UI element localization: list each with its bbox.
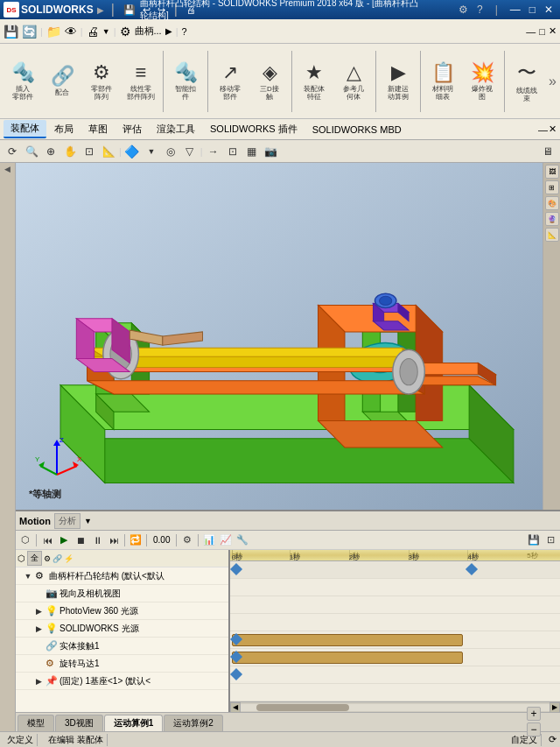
toolbar-btn-3d-contact[interactable]: ◈ 三D接触 xyxy=(250,46,289,116)
panel-close-btn[interactable]: ✕ xyxy=(549,123,556,135)
view-orient-icon[interactable]: 📐 xyxy=(100,143,117,160)
contact-bar[interactable] xyxy=(232,634,463,646)
filter-icon[interactable]: ⬡ xyxy=(18,532,33,548)
toolbar-btn-explode[interactable]: 💥 爆炸视图 xyxy=(463,46,501,116)
menu-assembly[interactable]: 装配体 xyxy=(4,120,46,138)
sim-icon-2[interactable]: 📈 xyxy=(218,532,234,548)
tree-filter-all[interactable]: 全 xyxy=(27,551,42,566)
status-rebuild-icon[interactable]: ⟳ xyxy=(549,734,556,745)
expand-btn[interactable]: ▶ xyxy=(165,26,172,36)
sim-icon-1[interactable]: 📊 xyxy=(201,532,217,548)
toolbar-expand-right[interactable]: » xyxy=(549,74,556,89)
tree-item-contact[interactable]: ▶ 🔗 实体接触1 xyxy=(16,638,228,655)
toolbar-btn-bom[interactable]: 📋 材料明细表 xyxy=(424,46,462,116)
tree-expand-base[interactable]: ▶ xyxy=(33,676,44,687)
toolbar-btn-array[interactable]: ⚙ 零部件阵列 xyxy=(82,46,121,116)
tab-model[interactable]: 模型 xyxy=(18,715,54,731)
print-menu-btn[interactable]: 🖨 xyxy=(87,25,99,39)
diamond-base[interactable] xyxy=(230,668,242,680)
decals-btn[interactable]: 📐 xyxy=(545,228,559,242)
toolbar-btn-smart-fastener[interactable]: 🔩 智能扣件 xyxy=(166,46,205,116)
tree-filter-icon4[interactable]: ⚡ xyxy=(64,554,74,563)
help-icon[interactable]: ? xyxy=(473,4,486,16)
menu-evaluate[interactable]: 评估 xyxy=(116,121,149,137)
toolbar-btn-new-motion[interactable]: ▶ 新建运动算例 xyxy=(379,46,417,116)
3d-viewport[interactable]: Z X Y *等轴测 🖼 ⊞ 🎨 🔮 xyxy=(16,163,560,510)
tree-filter-btn[interactable]: ⬡ xyxy=(18,553,25,563)
hide-show-icon[interactable]: ◎ xyxy=(162,143,179,160)
display-style-icon[interactable]: 🔷 xyxy=(123,143,141,160)
minimize-button[interactable]: — xyxy=(507,4,524,16)
close-button[interactable]: ✕ xyxy=(541,4,556,16)
monitor-icon[interactable]: 🖥 xyxy=(539,143,556,160)
file-menu-btn[interactable]: 📁 xyxy=(46,25,61,39)
window-controls[interactable]: ⚙ ? | — □ ✕ xyxy=(455,4,556,16)
tree-expand-sw-lights[interactable]: ▶ xyxy=(33,624,44,634)
shadows-icon[interactable]: ▦ xyxy=(243,143,261,160)
fullscreen-btn[interactable]: ⊡ xyxy=(542,532,558,548)
panel-min-btn[interactable]: — xyxy=(538,124,548,135)
view-palette-btn[interactable]: 🖼 xyxy=(545,165,559,179)
diamond-root-end[interactable] xyxy=(466,563,478,575)
sim-icon-3[interactable]: 🔧 xyxy=(234,532,250,548)
rewind-btn[interactable]: ⏮ xyxy=(39,532,55,548)
apply-scene-icon[interactable]: → xyxy=(205,143,222,160)
quick-save-icon[interactable]: 💾 xyxy=(4,25,18,39)
view-menu-btn[interactable]: 👁 xyxy=(65,25,77,39)
hscroll-left-btn[interactable]: ◀ xyxy=(230,702,241,713)
toolbar-btn-insert-part[interactable]: 🔩 插入零部件 xyxy=(4,46,42,116)
speed-btn[interactable]: ⚙ xyxy=(179,532,195,548)
toolbar-btn-ref-geometry[interactable]: △ 参考几何体 xyxy=(334,46,373,116)
tree-item-photoview[interactable]: ▶ 💡 PhotoView 360 光源 xyxy=(16,603,228,620)
tree-item-root[interactable]: ▼ ⚙ 曲柄杆杆凸轮结构 (默认<默认 xyxy=(16,567,228,585)
tree-expand-photoview[interactable]: ▶ xyxy=(33,606,44,617)
help-btn[interactable]: ? xyxy=(182,26,187,37)
view-settings-icon[interactable]: ⊡ xyxy=(224,143,242,160)
zoom-in-timeline-btn[interactable]: + xyxy=(527,707,541,721)
close-sw-btn[interactable]: ✕ xyxy=(549,25,556,37)
diamond-root-start[interactable] xyxy=(230,563,242,575)
tree-item-base[interactable]: ▶ 📌 (固定) 1基座<1> (默认< xyxy=(16,673,228,690)
menu-mbd[interactable]: SOLIDWORKS MBD xyxy=(305,123,409,137)
tree-item-camera[interactable]: ▶ 📷 视向及相机视图 xyxy=(16,585,228,603)
save-icon[interactable]: 💾 xyxy=(123,4,136,16)
rotate-icon[interactable]: ⟳ xyxy=(4,143,21,160)
view-settings-panel-btn[interactable]: ⊞ xyxy=(545,180,559,194)
min-sw-btn[interactable]: — xyxy=(526,26,536,37)
display-arrow[interactable]: ▼ xyxy=(143,143,160,160)
motion-dropdown-arrow[interactable]: ▼ xyxy=(84,517,92,525)
menu-plugins[interactable]: SOLIDWORKS 插件 xyxy=(203,121,304,137)
play-btn[interactable]: ▶ xyxy=(56,532,72,548)
timeline-hscroll[interactable]: ◀ ▶ xyxy=(230,701,560,712)
pause-btn[interactable]: ⏸ xyxy=(89,532,105,548)
hscroll-right-btn[interactable]: ▶ xyxy=(550,702,560,713)
section-view-icon[interactable]: ⊡ xyxy=(80,143,98,160)
toolbar-btn-linear-array[interactable]: ≡ 线性零部件阵列 xyxy=(122,46,160,116)
toolbar-btn-move[interactable]: ↗ 移动零部件 xyxy=(211,46,249,116)
max-sw-btn[interactable]: □ xyxy=(539,26,545,37)
menu-layout[interactable]: 布局 xyxy=(47,121,80,137)
motion-type-label[interactable]: 分析 xyxy=(54,513,80,529)
tab-motion1[interactable]: 运动算例1 xyxy=(104,715,164,731)
rebuild-icon[interactable]: 🔄 xyxy=(22,25,37,39)
toolbar-btn-mate[interactable]: 🔗 配合 xyxy=(43,46,81,116)
edit-appearance-icon[interactable]: ▽ xyxy=(181,143,199,160)
zoom-fit-icon[interactable]: 🔍 xyxy=(23,143,40,160)
motor-bar[interactable] xyxy=(232,652,463,664)
fast-forward-btn[interactable]: ⏭ xyxy=(106,532,122,548)
zoom-select-icon[interactable]: ⊕ xyxy=(42,143,60,160)
scene-btn[interactable]: 🔮 xyxy=(545,212,559,226)
loop-btn[interactable]: 🔁 xyxy=(128,532,144,548)
pan-icon[interactable]: ✋ xyxy=(61,143,79,160)
display-manager-btn[interactable]: 🎨 xyxy=(545,196,559,210)
gear-icon[interactable]: ⚙ xyxy=(455,4,472,16)
tree-filter-icon2[interactable]: ⚙ xyxy=(44,554,51,563)
ambient-occlusion-icon[interactable]: 📷 xyxy=(262,143,280,160)
menu-render[interactable]: 渲染工具 xyxy=(150,121,202,137)
options-icon[interactable]: ⚙ xyxy=(120,25,131,39)
export-btn[interactable]: 💾 xyxy=(526,532,542,548)
tree-filter-icon3[interactable]: 🔗 xyxy=(52,554,62,563)
restore-button[interactable]: □ xyxy=(526,4,539,16)
toolbar-btn-assembly-feature[interactable]: ★ 装配体特征 xyxy=(295,46,333,116)
zoom-out-timeline-btn[interactable]: − xyxy=(527,722,541,736)
